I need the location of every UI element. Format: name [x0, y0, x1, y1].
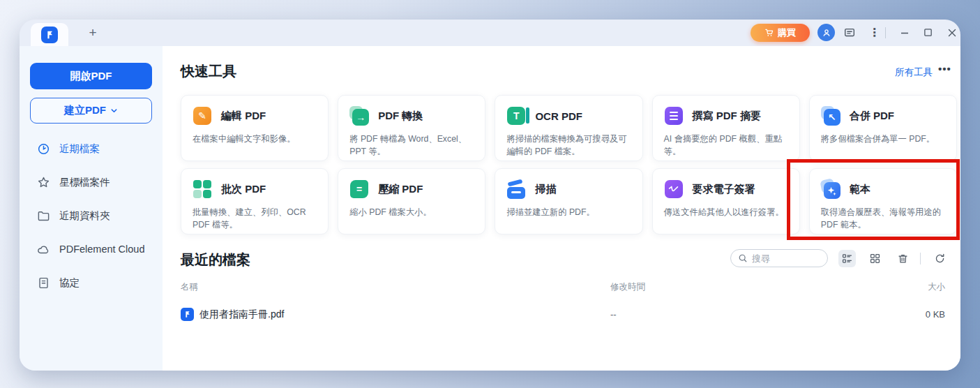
tab-home[interactable]	[31, 23, 68, 46]
create-pdf-label: 建立PDF	[64, 104, 106, 117]
ocr-pdf-icon: T	[506, 106, 527, 126]
column-name[interactable]: 名稱	[181, 281, 198, 293]
refresh-icon[interactable]	[931, 250, 949, 267]
tool-card-batch-pdf[interactable]: 批次 PDF 批量轉換、建立、列印、OCR PDF 檔等。	[181, 168, 329, 234]
open-pdf-button[interactable]: 開啟PDF	[30, 63, 152, 89]
tool-card-request-esign[interactable]: 要求電子簽署 傳送文件給其他人以進行簽署。	[652, 168, 800, 234]
table-row[interactable]: 使用者指南手冊.pdf -- 0 KB	[163, 306, 960, 324]
cart-icon	[764, 28, 774, 38]
summarize-pdf-icon	[664, 106, 685, 126]
tool-card-title: PDF 轉換	[378, 110, 423, 123]
sidebar-item-agreement[interactable]: 協定	[20, 266, 163, 299]
tool-card-desc: 在檔案中編輯文字和影像。	[193, 133, 317, 145]
batch-pdf-icon	[193, 179, 213, 199]
sidebar-item-label: 近期檔案	[59, 142, 100, 156]
quick-tools-grid: ✎ 編輯 PDF 在檔案中編輯文字和影像。 → PDF 轉換 將 PDF 轉檔為…	[181, 95, 957, 234]
more-tools-icon[interactable]: •••	[938, 63, 951, 75]
trash-icon[interactable]	[894, 250, 912, 267]
template-icon	[821, 179, 842, 199]
compress-pdf-icon: =	[349, 179, 370, 199]
tool-card-convert-pdf[interactable]: → PDF 轉換 將 PDF 轉檔為 Word、Excel、PPT 等。	[338, 95, 485, 161]
tool-card-desc: 將多個檔案合併為單一 PDF。	[821, 133, 945, 145]
folder-icon	[37, 209, 50, 223]
tool-card-ocr-pdf[interactable]: T OCR PDF 將掃描的檔案轉換為可搜尋及可編輯的 PDF 檔案。	[495, 95, 642, 161]
tool-card-title: OCR PDF	[535, 110, 582, 122]
tool-card-title: 範本	[850, 183, 870, 196]
tool-card-title: 撰寫 PDF 摘要	[693, 110, 761, 123]
convert-pdf-icon: →	[349, 106, 370, 126]
search-input[interactable]	[752, 253, 820, 264]
titlebar-divider	[885, 27, 886, 38]
file-size: 0 KB	[926, 309, 945, 320]
tool-card-title: 要求電子簽署	[693, 183, 755, 196]
search-icon	[738, 253, 748, 263]
chevron-down-icon	[110, 107, 118, 114]
merge-pdf-icon: ↖	[821, 106, 842, 126]
tool-card-desc: 傳送文件給其他人以進行簽署。	[664, 206, 788, 218]
tool-card-merge-pdf[interactable]: ↖ 合併 PDF 將多個檔案合併為單一 PDF。	[809, 95, 957, 161]
grid-view-icon[interactable]	[866, 250, 884, 267]
sidebar-item-pdfelement-cloud[interactable]: PDFelement Cloud	[20, 232, 163, 266]
table-header: 名稱 修改時間 大小	[163, 281, 960, 294]
document-icon	[37, 276, 50, 290]
file-modified: --	[610, 309, 617, 320]
buy-button-label: 購買	[778, 27, 796, 39]
sidebar: 開啟PDF 建立PDF 近期檔案 星標檔案件	[20, 46, 163, 371]
cloud-icon	[37, 243, 50, 256]
quick-tools-title: 快速工具	[181, 62, 236, 81]
column-modified[interactable]: 修改時間	[610, 281, 645, 293]
tool-card-desc: 縮小 PDF 檔案大小。	[349, 206, 474, 218]
edit-pdf-icon: ✎	[193, 106, 213, 126]
recent-files-title: 最近的檔案	[181, 251, 250, 269]
close-button[interactable]	[944, 25, 959, 40]
sidebar-item-label: 協定	[59, 276, 80, 290]
create-pdf-button[interactable]: 建立PDF	[30, 98, 152, 124]
tool-card-title: 批次 PDF	[221, 183, 266, 196]
star-icon	[37, 176, 50, 189]
main-content: 快速工具 所有工具 ••• ✎ 編輯 PDF 在檔案中編輯文字和影像。 →	[163, 46, 960, 371]
pdfelement-logo-icon	[41, 27, 58, 43]
all-tools-link[interactable]: 所有工具	[895, 66, 933, 79]
sidebar-menu: 近期檔案 星標檔案件 近期資料夾 PDFelement Cloud	[20, 132, 163, 299]
tool-card-desc: 取得適合履歷表、海報等用途的 PDF 範本。	[821, 206, 945, 232]
sidebar-item-label: 近期資料夾	[59, 209, 110, 223]
tab-bar: + 購買 ⋮	[20, 20, 960, 46]
sidebar-item-recent-folders[interactable]: 近期資料夾	[20, 199, 163, 232]
sidebar-item-starred-files[interactable]: 星標檔案件	[20, 165, 163, 199]
app-window: + 購買 ⋮	[20, 20, 960, 371]
file-name: 使用者指南手冊.pdf	[199, 308, 284, 321]
account-avatar[interactable]	[817, 24, 835, 41]
list-view-icon[interactable]	[838, 250, 856, 267]
tool-card-desc: 掃描並建立新的 PDF。	[506, 206, 631, 218]
tool-card-summarize-pdf[interactable]: 撰寫 PDF 摘要 AI 會摘要您的 PDF 概觀、重點等。	[652, 95, 800, 161]
tool-card-desc: 將 PDF 轉檔為 Word、Excel、PPT 等。	[349, 133, 474, 158]
toolbar-divider	[920, 253, 921, 264]
tool-card-compress-pdf[interactable]: = 壓縮 PDF 縮小 PDF 檔案大小。	[338, 168, 485, 234]
column-size[interactable]: 大小	[928, 281, 945, 293]
tool-card-desc: AI 會摘要您的 PDF 概觀、重點等。	[664, 133, 788, 158]
tool-card-edit-pdf[interactable]: ✎ 編輯 PDF 在檔案中編輯文字和影像。	[181, 95, 329, 161]
sidebar-item-label: 星標檔案件	[59, 176, 110, 189]
buy-button[interactable]: 購買	[751, 24, 810, 42]
clock-icon	[37, 142, 50, 156]
sidebar-item-recent-files[interactable]: 近期檔案	[20, 132, 163, 165]
tool-card-title: 合併 PDF	[850, 110, 894, 123]
new-tab-button[interactable]: +	[84, 24, 102, 42]
sidebar-item-label: PDFelement Cloud	[59, 244, 145, 255]
search-box[interactable]	[730, 249, 828, 267]
tool-card-title: 壓縮 PDF	[378, 183, 423, 196]
pdf-file-icon	[181, 308, 194, 321]
scan-icon	[506, 179, 527, 199]
feedback-icon[interactable]	[842, 25, 857, 40]
tool-card-desc: 批量轉換、建立、列印、OCR PDF 檔等。	[193, 206, 317, 232]
minimize-button[interactable]	[897, 25, 912, 40]
esign-icon	[664, 179, 685, 199]
maximize-button[interactable]	[921, 25, 935, 40]
tool-card-scan[interactable]: 掃描 掃描並建立新的 PDF。	[495, 168, 642, 234]
tool-card-title: 編輯 PDF	[221, 110, 266, 123]
kebab-menu-icon[interactable]: ⋮	[867, 25, 882, 40]
tool-card-templates[interactable]: 範本 取得適合履歷表、海報等用途的 PDF 範本。	[809, 168, 957, 234]
tool-card-desc: 將掃描的檔案轉換為可搜尋及可編輯的 PDF 檔案。	[506, 133, 631, 158]
tool-card-title: 掃描	[535, 183, 556, 196]
